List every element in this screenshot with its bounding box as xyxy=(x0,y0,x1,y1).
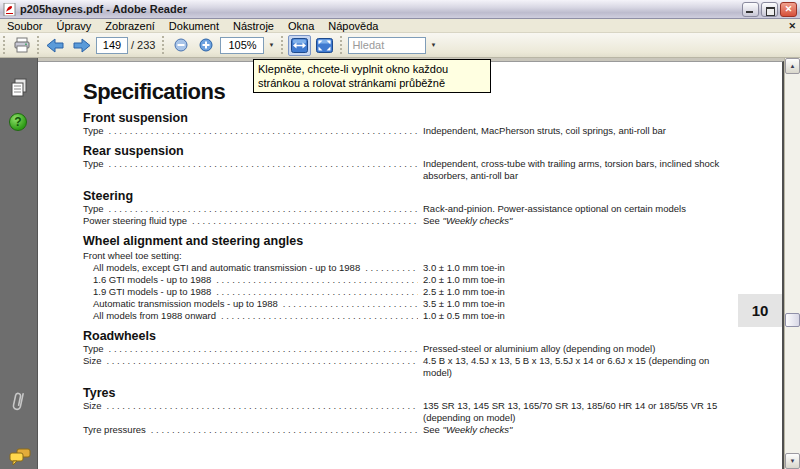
zoom-in-button[interactable] xyxy=(194,35,217,56)
spec-label: Automatic transmission models - up to 19… xyxy=(83,298,278,310)
spec-value: Pressed-steel or aluminium alloy (depend… xyxy=(423,343,723,355)
page-total-label: / 233 xyxy=(131,39,155,51)
spec-label: Tyre pressures xyxy=(83,424,146,436)
restore-button[interactable] xyxy=(761,2,778,17)
minimize-button[interactable] xyxy=(742,2,759,17)
back-arrow-icon xyxy=(46,38,66,53)
forward-arrow-icon xyxy=(71,38,91,53)
tooltip: Klepněte, chcete-li vyplnit okno každou … xyxy=(253,59,491,93)
print-button[interactable] xyxy=(10,35,33,56)
comments-panel-button[interactable] xyxy=(9,448,31,469)
spec-value: 1.0 ± 0.5 mm toe-in xyxy=(423,310,723,322)
menu-okna[interactable]: Okna xyxy=(281,19,321,33)
toolbar: / 233 105% ▼ xyxy=(0,33,800,58)
spec-row: Tyre pressures See "Weekly checks" xyxy=(83,424,723,436)
how-to-panel-button[interactable]: ? xyxy=(9,113,27,131)
close-document-icon[interactable]: ✕ xyxy=(788,19,796,33)
comments-icon xyxy=(9,448,31,466)
menu-upravy[interactable]: Úpravy xyxy=(49,19,98,33)
dot-leader xyxy=(216,274,418,286)
dot-leader xyxy=(109,343,418,355)
spec-value: 2.5 ± 1.0 mm toe-in xyxy=(423,286,723,298)
spec-row: 1.9 GTI models - up to 1988 2.5 ± 1.0 mm… xyxy=(83,286,723,298)
scroll-thumb[interactable] xyxy=(785,313,800,327)
menu-dokument[interactable]: Dokument xyxy=(162,19,226,33)
printer-icon xyxy=(13,37,31,53)
close-button[interactable]: ✕ xyxy=(780,2,797,17)
paperclip-icon xyxy=(9,388,27,414)
dot-leader xyxy=(109,203,418,215)
spec-label: Size xyxy=(83,355,101,379)
spec-label: 1.9 GTI models - up to 1988 xyxy=(83,286,211,298)
menu-bar: Soubor Úpravy Zobrazení Dokument Nástroj… xyxy=(0,19,800,33)
toolbar-grip xyxy=(281,36,284,54)
adobe-reader-window: p205haynes.pdf - Adobe Reader ✕ Soubor Ú… xyxy=(0,0,800,469)
menu-zobrazeni[interactable]: Zobrazení xyxy=(98,19,162,33)
search-dropdown-icon[interactable]: ▼ xyxy=(426,42,440,48)
dot-leader xyxy=(365,262,418,274)
toolbar-grip xyxy=(162,36,165,54)
spec-label: Type xyxy=(83,343,104,355)
attachments-panel-button[interactable] xyxy=(9,388,27,418)
zoom-out-icon xyxy=(174,38,188,52)
section-heading: Roadwheels xyxy=(83,329,782,343)
section-heading: Rear suspension xyxy=(83,144,782,158)
toolbar-grip xyxy=(3,36,6,54)
spec-row: Automatic transmission models - up to 19… xyxy=(83,298,723,310)
previous-view-button[interactable] xyxy=(44,35,67,56)
dot-leader xyxy=(283,298,418,310)
spec-label: Power steering fluid type xyxy=(83,215,187,227)
toolbar-grip xyxy=(37,36,40,54)
fit-page-icon xyxy=(316,38,333,53)
spec-row: Power steering fluid type See "Weekly ch… xyxy=(83,215,723,227)
spec-row: 1.6 GTI models - up to 1988 2.0 ± 1.0 mm… xyxy=(83,274,723,286)
spec-label: Type xyxy=(83,125,104,137)
zoom-level-value[interactable]: 105% xyxy=(220,37,264,54)
search-input[interactable] xyxy=(348,37,426,54)
fit-width-icon xyxy=(291,38,308,53)
section-heading: Wheel alignment and steering angles xyxy=(83,234,782,248)
fit-width-button[interactable] xyxy=(288,35,311,56)
pages-panel-button[interactable] xyxy=(9,78,29,102)
spec-label: All models, except GTI and automatic tra… xyxy=(83,262,360,274)
spec-row: Type Pressed-steel or aluminium alloy (d… xyxy=(83,343,723,355)
spec-value: Rack-and-pinion. Power-assistance option… xyxy=(423,203,723,215)
spec-row: Type Independent, cross-tube with traili… xyxy=(83,158,723,182)
fit-page-button[interactable] xyxy=(313,35,336,56)
spec-value: Independent, MacPherson struts, coil spr… xyxy=(423,125,723,137)
zoom-in-icon xyxy=(199,38,213,52)
chapter-number-tab: 10 xyxy=(738,294,782,327)
title-bar: p205haynes.pdf - Adobe Reader ✕ xyxy=(0,0,800,19)
dot-leader xyxy=(221,310,418,322)
section-heading: Front suspension xyxy=(83,111,782,125)
spec-label: All models from 1988 onward xyxy=(83,310,216,322)
section-subheading: Front wheel toe setting: xyxy=(83,250,782,262)
menu-nastroje[interactable]: Nástroje xyxy=(226,19,281,33)
spec-value: 135 SR 13, 145 SR 13, 165/70 SR 13, 185/… xyxy=(423,400,723,424)
menu-napoveda[interactable]: Nápověda xyxy=(321,19,385,33)
document-pane: ? Specifications Front suspension xyxy=(0,58,800,469)
spec-label: Type xyxy=(83,158,104,182)
zoom-dropdown-icon[interactable]: ▼ xyxy=(264,42,278,48)
toolbar-grip xyxy=(340,36,343,54)
dot-leader xyxy=(151,424,418,436)
scroll-down-button[interactable]: ▼ xyxy=(785,453,800,469)
pages-icon xyxy=(9,78,29,98)
spec-row: All models from 1988 onward 1.0 ± 0.5 mm… xyxy=(83,310,723,322)
menu-soubor[interactable]: Soubor xyxy=(0,19,49,33)
vertical-scrollbar[interactable]: ▲ ▼ xyxy=(784,58,800,469)
spec-row: Type Rack-and-pinion. Power-assistance o… xyxy=(83,203,723,215)
section-heading: Steering xyxy=(83,189,782,203)
navigation-sidebar: ? xyxy=(0,58,38,469)
spec-value: 3.0 ± 1.0 mm toe-in xyxy=(423,262,723,274)
page-number-input[interactable] xyxy=(96,37,128,54)
next-view-button[interactable] xyxy=(69,35,92,56)
dot-leader xyxy=(192,215,418,227)
spec-row: Size 4.5 B x 13, 4.5J x 13, 5 B x 13, 5.… xyxy=(83,355,723,379)
dot-leader xyxy=(109,125,418,137)
spec-value: See "Weekly checks" xyxy=(423,215,723,227)
spec-value: Independent, cross-tube with trailing ar… xyxy=(423,158,723,182)
zoom-out-button[interactable] xyxy=(169,35,192,56)
spec-value: 3.5 ± 1.0 mm toe-in xyxy=(423,298,723,310)
scroll-up-button[interactable]: ▲ xyxy=(785,58,800,74)
